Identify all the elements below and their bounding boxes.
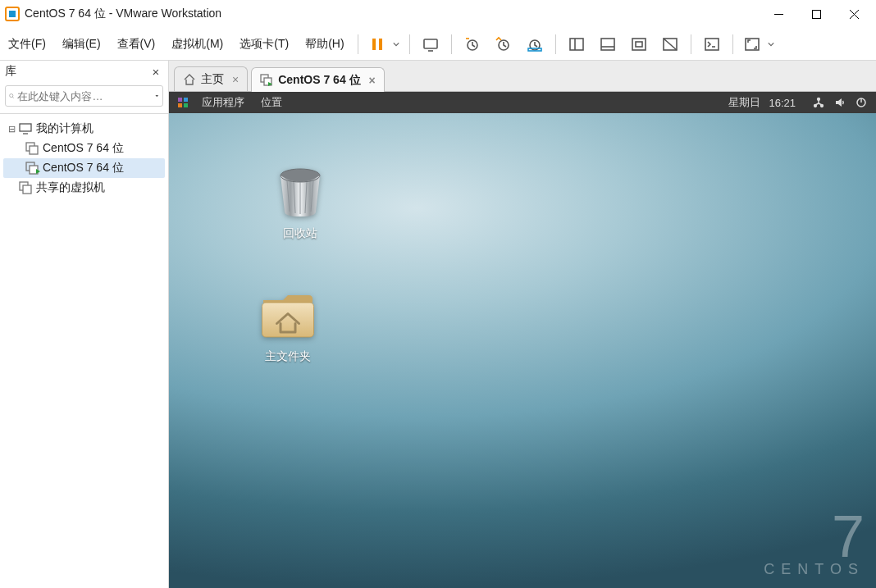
menu-file[interactable]: 文件(F): [0, 32, 54, 57]
svg-rect-3: [812, 10, 820, 18]
toolbar-pause-button[interactable]: [365, 31, 403, 57]
toolbar-snapshot-button[interactable]: [459, 31, 486, 57]
svg-line-27: [12, 97, 14, 98]
library-tree: ⊟ 我的计算机 CentOS 7 64 位 CentOS 7 64 位 共享的虚…: [0, 114, 168, 203]
svg-rect-41: [184, 98, 188, 102]
tree-node-vm-active[interactable]: CentOS 7 64 位: [3, 158, 165, 178]
desktop-trash[interactable]: 回收站: [251, 162, 349, 241]
svg-rect-19: [632, 39, 646, 50]
vmware-icon: [5, 7, 20, 21]
svg-rect-20: [636, 42, 642, 47]
svg-rect-1: [9, 11, 16, 17]
svg-rect-7: [379, 39, 382, 50]
desktop-home-folder[interactable]: 主文件夹: [239, 285, 337, 364]
toolbar-free-stretch-button[interactable]: [656, 31, 684, 57]
power-icon[interactable]: [855, 96, 868, 109]
tab-close-button[interactable]: ×: [369, 74, 376, 87]
search-icon: [9, 90, 14, 102]
gnome-applications-menu[interactable]: 应用程序: [194, 95, 253, 110]
toolbar-fullscreen-button[interactable]: [740, 31, 778, 57]
tab-close-button[interactable]: ×: [232, 73, 239, 86]
tab-home[interactable]: 主页 ×: [174, 66, 248, 91]
tree-label: 共享的虚拟机: [36, 180, 105, 195]
tree-node-shared[interactable]: 共享的虚拟机: [3, 178, 165, 198]
svg-rect-15: [570, 39, 583, 50]
tree-label: CentOS 7 64 位: [43, 161, 124, 175]
centos-watermark: 7 CENTOS: [764, 513, 865, 578]
dropdown-icon[interactable]: [155, 92, 159, 100]
volume-icon[interactable]: [833, 96, 846, 109]
library-title: 库: [5, 64, 148, 79]
menu-tabs[interactable]: 选项卡(T): [231, 32, 297, 57]
svg-rect-43: [184, 103, 188, 107]
window-minimize-button[interactable]: [760, 2, 797, 26]
window-title: CentOS 7 64 位 - VMware Workstation: [25, 7, 760, 21]
svg-rect-29: [20, 124, 31, 131]
gnome-day-label[interactable]: 星期日: [720, 95, 769, 110]
gnome-top-bar: 应用程序 位置 星期日 16:21: [169, 92, 876, 113]
menubar: 文件(F) 编辑(E) 查看(V) 虚拟机(M) 选项卡(T) 帮助(H): [0, 28, 876, 61]
play-badge-icon: [36, 169, 40, 174]
gnome-places-menu[interactable]: 位置: [253, 95, 290, 110]
shared-vm-icon: [18, 180, 33, 195]
menu-help[interactable]: 帮助(H): [297, 32, 352, 57]
separator: [451, 34, 452, 54]
library-close-button[interactable]: ×: [148, 65, 163, 79]
toolbar-thumbnail-button[interactable]: [594, 31, 622, 57]
toolbar-show-library-button[interactable]: [563, 31, 591, 57]
svg-point-44: [818, 98, 820, 101]
separator: [555, 34, 556, 54]
svg-rect-6: [372, 39, 376, 50]
trash-icon: [271, 162, 330, 221]
centos-version: 7: [764, 513, 865, 561]
svg-rect-42: [178, 103, 182, 107]
menu-view[interactable]: 查看(V): [109, 32, 164, 57]
tab-current-vm[interactable]: CentOS 7 64 位 ×: [251, 67, 385, 92]
window-titlebar: CentOS 7 64 位 - VMware Workstation: [0, 0, 876, 28]
separator: [358, 34, 358, 54]
collapse-icon[interactable]: ⊟: [7, 124, 16, 134]
svg-rect-40: [178, 98, 182, 102]
svg-rect-32: [30, 146, 38, 154]
separator: [732, 34, 733, 54]
network-icon[interactable]: [812, 96, 825, 109]
centos-logo-icon: [177, 97, 189, 108]
tree-label: 我的计算机: [36, 121, 94, 136]
toolbar-revert-snapshot-button[interactable]: [490, 31, 518, 57]
svg-rect-17: [601, 39, 614, 50]
tab-label: 主页: [201, 72, 224, 87]
menu-vm[interactable]: 虚拟机(M): [163, 32, 231, 57]
tree-label: CentOS 7 64 位: [43, 141, 124, 156]
desktop-icon-label: 主文件夹: [265, 349, 311, 364]
svg-marker-28: [156, 95, 159, 97]
library-search-input[interactable]: [17, 90, 155, 103]
desktop-icon-label: 回收站: [283, 226, 317, 241]
monitor-icon: [18, 121, 33, 136]
menu-edit[interactable]: 编辑(E): [54, 32, 109, 57]
library-search[interactable]: [5, 85, 163, 107]
tab-strip: 主页 × CentOS 7 64 位 ×: [169, 61, 876, 92]
toolbar-manage-snapshot-button[interactable]: [521, 31, 549, 57]
home-icon: [183, 73, 196, 86]
svg-rect-36: [23, 185, 31, 194]
svg-rect-8: [424, 39, 437, 48]
library-pane: 库 × ⊟ 我的计算机 CentOS 7 64 位 CentOS 7 64 位: [0, 61, 169, 588]
window-close-button[interactable]: [835, 2, 873, 26]
toolbar-send-ctrl-alt-del-button[interactable]: [417, 31, 445, 57]
tree-node-my-computer[interactable]: ⊟ 我的计算机: [3, 119, 165, 139]
folder-home-icon: [258, 285, 317, 344]
vm-icon: [25, 141, 39, 156]
svg-rect-23: [705, 39, 719, 50]
toolbar-fit-guest-button[interactable]: [625, 31, 653, 57]
svg-line-22: [664, 39, 677, 50]
window-maximize-button[interactable]: [797, 2, 835, 26]
tree-node-vm[interactable]: CentOS 7 64 位: [3, 139, 165, 158]
tab-label: CentOS 7 64 位: [278, 73, 360, 88]
svg-point-26: [10, 93, 13, 97]
toolbar-console-button[interactable]: [698, 31, 726, 57]
gnome-clock[interactable]: 16:21: [769, 97, 804, 109]
vm-running-icon: [260, 74, 273, 87]
separator: [409, 34, 410, 54]
guest-desktop[interactable]: 回收站: [169, 113, 876, 588]
separator: [691, 34, 691, 54]
